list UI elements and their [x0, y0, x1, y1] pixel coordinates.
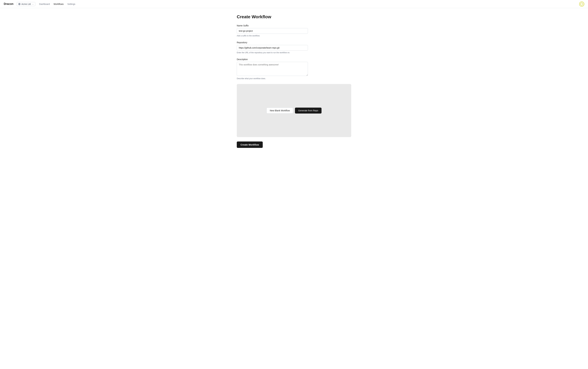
- canvas-action-buttons: New Blank Workflow Generate from Repo: [266, 108, 322, 113]
- chevron-down-icon: ⌄: [32, 3, 34, 5]
- generate-from-repo-button[interactable]: Generate from Repo: [295, 108, 322, 113]
- description-textarea[interactable]: [237, 62, 308, 76]
- profile-icon-button[interactable]: [579, 1, 584, 7]
- page-title: Create Workflow: [237, 14, 351, 19]
- description-hint: Describe what your workflow does.: [237, 78, 351, 80]
- description-label: Description: [237, 58, 351, 60]
- repository-input[interactable]: [237, 45, 308, 50]
- name-suffix-group: Name Suffix Add a suffix to the workflow…: [237, 24, 351, 37]
- name-suffix-hint: Add a suffix to the workflow.: [237, 35, 351, 37]
- repository-label: Repository: [237, 41, 351, 44]
- main-content: Create Workflow Name Suffix Add a suffix…: [233, 8, 355, 157]
- profile-icon-inner: [580, 3, 583, 5]
- app-brand: Dracon: [4, 2, 13, 6]
- nav-link-settings[interactable]: Settings: [67, 3, 75, 5]
- nav-links: Dashboard Workflows Settings: [39, 3, 579, 5]
- repository-hint: Enter the URL of the repository you want…: [237, 51, 351, 54]
- navbar: Dracon Acme Ltd. ⌄ Dashboard Workflows S…: [0, 0, 588, 8]
- nav-link-workflows[interactable]: Workflows: [54, 3, 64, 5]
- name-suffix-input[interactable]: [237, 28, 308, 34]
- new-blank-workflow-button[interactable]: New Blank Workflow: [266, 108, 293, 113]
- nav-link-dashboard[interactable]: Dashboard: [39, 3, 50, 5]
- name-suffix-label: Name Suffix: [237, 24, 351, 27]
- nav-end: [579, 1, 584, 7]
- repository-group: Repository Enter the URL of the reposito…: [237, 41, 351, 54]
- description-group: Description Describe what your workflow …: [237, 58, 351, 80]
- org-avatar: [18, 3, 21, 5]
- org-selector[interactable]: Acme Ltd. ⌄: [17, 2, 35, 6]
- workflow-canvas: New Blank Workflow Generate from Repo: [237, 84, 351, 137]
- create-workflow-button[interactable]: Create Workflow: [237, 141, 263, 148]
- org-name: Acme Ltd.: [21, 3, 31, 5]
